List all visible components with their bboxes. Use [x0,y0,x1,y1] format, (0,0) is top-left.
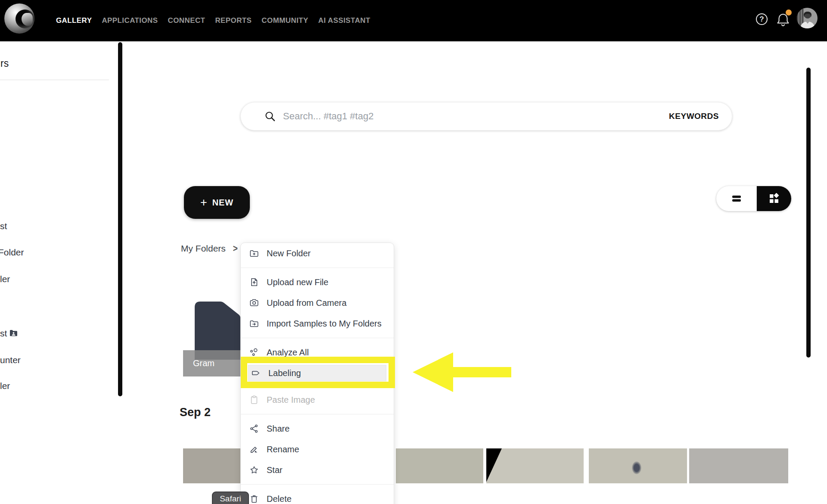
search-bar: KEYWORDS [240,102,732,131]
menu-item-label: Import Samples to My Folders [267,319,382,329]
sidebar-item-folder[interactable]: Folder [0,247,24,258]
menu-item-label: New Folder [267,249,311,258]
main-nav: GALLERY APPLICATIONS CONNECT REPORTS COM… [56,0,370,41]
label-tag-icon [251,368,261,378]
share-icon [249,424,259,433]
image-thumbnail[interactable] [589,448,687,483]
help-icon[interactable]: ? [756,13,768,25]
analyze-icon [249,348,259,357]
image-thumbnail[interactable] [183,448,240,483]
search-icon [264,111,276,122]
import-samples-icon [249,319,259,328]
menu-item-label: Star [267,465,283,475]
menu-divider [241,385,394,386]
sidebar-item-folder[interactable]: unter [0,355,21,365]
breadcrumb[interactable]: My Folders > [181,243,238,254]
clipboard-icon [249,395,259,404]
menu-item-import-samples[interactable]: Import Samples to My Folders [241,313,394,334]
image-thumbnail[interactable] [689,448,788,483]
nav-gallery[interactable]: GALLERY [56,16,92,25]
new-button-label: NEW [212,198,233,208]
menu-item-label: Upload new File [267,277,328,287]
grid-view-button[interactable] [757,186,791,211]
new-button[interactable]: + NEW [184,186,250,219]
sidebar-item-folder[interactable]: ler [0,381,10,391]
image-thumbnail[interactable] [396,448,483,483]
menu-item-labeling[interactable]: Labeling [248,365,386,381]
menu-divider [241,268,394,268]
user-avatar[interactable] [797,8,818,28]
menu-item-label: Upload from Camera [267,298,347,308]
arrow-annotation [412,352,512,393]
list-view-button[interactable] [716,186,757,211]
sidebar-item-folder[interactable]: st [0,221,7,231]
menu-item-label: Analyze All [267,348,309,358]
nav-applications[interactable]: APPLICATIONS [102,16,158,25]
search-input[interactable] [283,111,669,122]
keywords-toggle[interactable]: KEYWORDS [669,112,719,121]
folder-name: Gram [193,358,215,368]
menu-item-label: Share [267,424,289,434]
nav-community[interactable]: COMMUNITY [261,16,308,25]
list-view-icon [731,195,742,202]
menu-item-new-folder[interactable]: New Folder [241,243,394,264]
chevron-right-icon: > [233,243,238,254]
nav-connect[interactable]: CONNECT [168,16,205,25]
menu-item-paste-image: Paste Image [241,389,394,410]
date-heading: Sep 2 [180,406,211,419]
menu-item-share[interactable]: Share [241,418,394,439]
image-thumbnail[interactable] [486,448,584,483]
nav-ai-assistant[interactable]: AI ASSISTANT [318,16,370,25]
notification-badge [786,9,792,16]
menu-item-delete[interactable]: Delete [241,488,394,504]
menu-divider [241,414,394,414]
grid-view-icon [768,193,780,204]
menu-item-star[interactable]: Star [241,460,394,480]
menu-divider [241,484,394,485]
menu-item-label: Labeling [268,368,301,378]
top-navigation-bar: GALLERY APPLICATIONS CONNECT REPORTS COM… [0,0,827,41]
menu-item-upload-from-camera[interactable]: Upload from Camera [241,292,394,313]
menu-item-label: Delete [267,494,292,504]
menu-item-upload-new-file[interactable]: Upload new File [241,272,394,292]
upload-file-icon [249,277,259,287]
folder-name-bar[interactable]: Gram [183,350,240,376]
nav-reports[interactable]: REPORTS [215,16,252,25]
brand-logo-icon[interactable] [4,3,34,34]
dock-app-label[interactable]: Safari [212,492,249,504]
sidebar-title-fragment: rs [0,58,9,69]
camera-icon [249,298,259,308]
sidebar: rs st Folder ler st unter ler [0,41,117,504]
content-scrollbar[interactable] [806,68,811,358]
sidebar-scrollbar[interactable] [118,42,122,396]
app-screen: GALLERY APPLICATIONS CONNECT REPORTS COM… [0,0,827,504]
star-icon [249,465,259,475]
new-folder-icon [249,249,259,258]
view-toggle [716,186,791,211]
shared-folder-icon [9,330,17,336]
plus-icon: + [200,197,207,208]
context-menu: New Folder Upload new File Upload from C… [240,243,394,504]
menu-item-analyze-all[interactable]: Analyze All [241,342,394,363]
sidebar-divider [0,80,109,80]
dock-app-name: Safari [220,494,241,504]
sidebar-item-folder[interactable]: st [0,328,7,339]
menu-item-rename[interactable]: Rename [241,439,394,460]
breadcrumb-label: My Folders [181,243,226,254]
menu-item-label: Paste Image [267,395,315,405]
menu-divider [241,338,394,338]
rename-icon [249,445,259,454]
sidebar-item-folder[interactable]: ler [0,274,10,284]
menu-item-label: Rename [267,445,299,454]
trash-icon [249,494,259,504]
